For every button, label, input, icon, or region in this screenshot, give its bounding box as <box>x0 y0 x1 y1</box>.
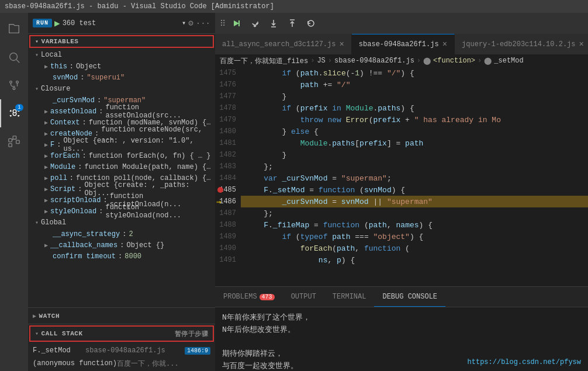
code-line-1483: }; <box>241 161 588 172</box>
title-text: sbase-0948aa26f1.js - baidu - Visual Stu… <box>5 2 274 11</box>
code-line-1485: F._setMod = function (svnMod) { <box>241 184 588 196</box>
code-lines[interactable]: if (path.slice(-1) !== "/") { path += "/… <box>241 67 588 286</box>
var-confirm-timeout: confirm timeout:8000 <box>33 251 215 262</box>
panel-url[interactable]: https://blog.csdn.net/pfysw <box>468 358 581 366</box>
bc-filename[interactable]: sbase-0948aa26f1.js <box>334 57 414 65</box>
debug-run-bar: RUN ▶ 360 test ▾ ⚙ ··· <box>28 13 215 34</box>
tab-all-async-label: all_async_search_d3c1127.js <box>222 40 335 48</box>
activity-extensions[interactable] <box>0 127 28 155</box>
continue-button[interactable] <box>228 15 244 32</box>
callstack-item-0[interactable]: F._setMod sbase-0948aa26f1.js 1486:9 <box>28 344 215 357</box>
panel-tab-debug-console[interactable]: DEBUG CONSOLE <box>374 287 445 307</box>
breakpoint-1485 <box>217 187 223 193</box>
tab-all-async-close[interactable]: × <box>339 40 344 49</box>
var-svnmod: svnMod:"superui" <box>33 72 215 83</box>
line-1491: 1491 <box>215 254 241 266</box>
code-line-1476: path += "/" <box>241 79 588 91</box>
svg-rect-8 <box>16 140 19 144</box>
panel-area: PROBLEMS 473 OUTPUT TERMINAL DEBUG CONSO… <box>215 286 588 371</box>
line-1485: 1485 <box>215 184 241 196</box>
callstack-right-text: 暂停于步骤 <box>175 330 209 338</box>
debug-badge: 1 <box>15 104 23 111</box>
local-label: Local <box>41 51 62 59</box>
code-editor: 1475 1476 1477 1478 1479 1480 1481 1482 … <box>215 67 588 286</box>
variables-header[interactable]: ▾ VARIABLES <box>29 35 214 48</box>
tab-jquery-close[interactable]: × <box>579 40 584 49</box>
activity-source-control[interactable] <box>0 71 28 99</box>
run-settings-button[interactable]: ⚙ <box>188 18 193 28</box>
var-module: ▶ Module:function Module(path, name) {… <box>33 161 215 172</box>
tab-sbase-close[interactable]: × <box>442 40 447 49</box>
tab-all-async[interactable]: all_async_search_d3c1127.js × <box>215 34 352 54</box>
var-assetonload: ▶ assetOnload:function assetOnload(src..… <box>33 106 215 117</box>
run-config-name: 360 test <box>63 19 179 27</box>
code-line-1481: Module.paths[prefix] = path <box>241 137 588 149</box>
debug-console-label: DEBUG CONSOLE <box>382 293 437 301</box>
local-group: ▾ Local ▶ this:Object svnMod:"superui" <box>28 49 215 83</box>
tab-sbase-label: sbase-0948aa26f1.js <box>359 40 439 48</box>
line-1488: 1488 <box>215 219 241 231</box>
stop-button[interactable] <box>321 15 338 32</box>
restart-button[interactable] <box>303 15 319 32</box>
run-more-button[interactable]: ··· <box>196 19 210 28</box>
code-line-1475: if (path.slice(-1) !== "/") { <box>241 67 588 79</box>
line-1475: 1475 <box>215 67 241 79</box>
panel-tab-terminal[interactable]: TERMINAL <box>324 287 375 307</box>
cs-file-0: sbase-0948aa26f1.js <box>85 346 185 355</box>
svg-point-2 <box>10 81 12 84</box>
callstack-section: ▾ CALL STACK 暂停于步骤 F._setMod sbase-0948a… <box>28 324 215 371</box>
callstack-label: CALL STACK <box>41 330 83 337</box>
line-1479: 1479 <box>215 114 241 126</box>
panel-tab-problems[interactable]: PROBLEMS 473 <box>215 287 283 307</box>
code-line-1488: F._fileMap = function (path, names) { <box>241 219 588 231</box>
var-this: ▶ this:Object <box>33 61 215 72</box>
activity-search[interactable] <box>0 43 28 71</box>
line-1477: 1477 <box>215 91 241 102</box>
cs-name-0: F._setMod <box>33 346 85 355</box>
run-play-button[interactable]: ▶ <box>54 18 60 29</box>
svg-rect-9 <box>9 144 12 147</box>
global-label: Global <box>41 219 66 227</box>
code-gutter: 1475 1476 1477 1478 1479 1480 1481 1482 … <box>215 67 241 286</box>
step-into-button[interactable] <box>265 15 282 32</box>
closure-group-header[interactable]: ▾ Closure <box>33 83 215 95</box>
closure-label: Closure <box>41 85 70 93</box>
breadcrumb: 百度一下，你就知道_files › JS › sbase-0948aa26f1.… <box>215 54 588 67</box>
bc-js[interactable]: JS <box>317 57 325 65</box>
step-out-button[interactable] <box>284 15 300 32</box>
bc-function[interactable]: <function> <box>433 57 475 65</box>
bc-dot2: ⬤ <box>484 57 492 65</box>
watch-section[interactable]: ▶ WATCH <box>28 307 215 324</box>
tab-sbase[interactable]: sbase-0948aa26f1.js × <box>352 34 455 54</box>
tab-jquery[interactable]: jquery-1-edb203c114.10.2.js × <box>455 34 588 54</box>
line-1476: 1476 <box>215 79 241 91</box>
activity-explorer[interactable] <box>0 15 28 43</box>
bc-setmod[interactable]: _setMod <box>494 57 523 65</box>
bc-files[interactable]: 百度一下，你就知道_files <box>220 56 308 66</box>
code-line-1479: throw new Error(prefix + " has already i… <box>241 114 588 126</box>
debug-arrow-1486: ⇒ <box>216 197 221 207</box>
code-line-1489: if (typeof path === "object") { <box>241 231 588 242</box>
callstack-item-1[interactable]: (anonymous function) 百度一下，你就... <box>28 357 215 370</box>
line-1484: 1484 <box>215 172 241 184</box>
callstack-header[interactable]: ▾ CALL STACK 暂停于步骤 <box>29 325 214 342</box>
var-foreach: ▶ forEach:function forEach(o, fn) { … } <box>33 150 215 161</box>
cs-name-1: (anonymous function) <box>33 359 117 367</box>
panel-content: N年前你来到了这个世界， N年后你想改变世界。 期待你脚踏祥云， 与百度一起改变… <box>215 307 588 371</box>
step-over-button[interactable] <box>247 15 263 32</box>
output-label: OUTPUT <box>291 293 316 301</box>
activity-debug[interactable]: 1 <box>0 99 28 127</box>
line-1486: ⇒ 1486 <box>215 196 241 207</box>
variables-content: ▾ Local ▶ this:Object svnMod:"superui" ▾… <box>28 49 215 307</box>
line-1482: 1482 <box>215 149 241 161</box>
line-1478: 1478 <box>215 102 241 114</box>
variables-arrow: ▾ <box>35 38 39 45</box>
line-1481: 1481 <box>215 137 241 149</box>
svg-rect-7 <box>13 136 16 140</box>
global-group: ▾ Global __async_strategy:2 ▶ __callback… <box>28 217 215 262</box>
panel-tab-output[interactable]: OUTPUT <box>283 287 324 307</box>
run-dropdown-button[interactable]: ▾ <box>182 19 186 27</box>
svg-point-0 <box>10 53 18 61</box>
code-line-1482: } <box>241 149 588 161</box>
local-group-header[interactable]: ▾ Local <box>33 49 215 61</box>
